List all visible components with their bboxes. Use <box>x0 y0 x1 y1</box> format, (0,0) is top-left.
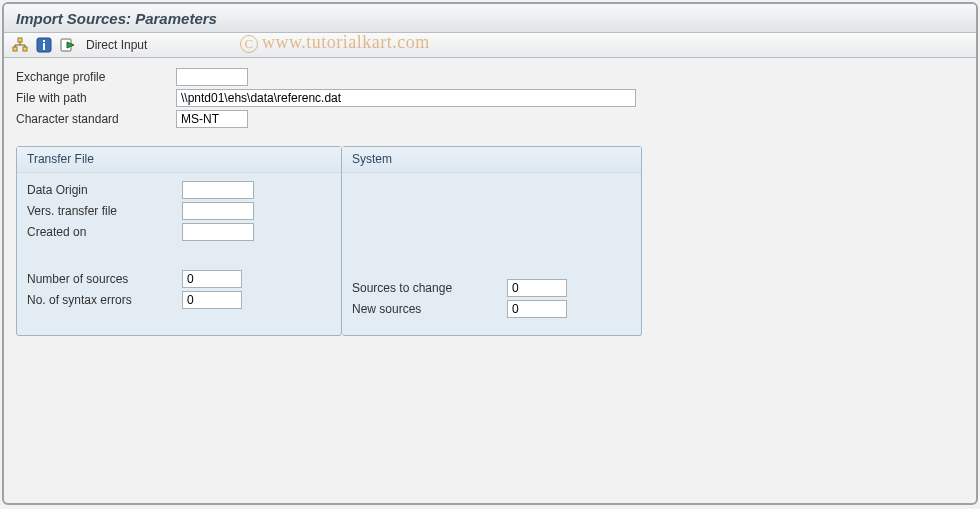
vers-transfer-label: Vers. transfer file <box>27 204 182 218</box>
transfer-file-title: Transfer File <box>17 147 341 173</box>
num-sources-label: Number of sources <box>27 272 182 286</box>
transfer-file-panel: Transfer File Data Origin Vers. transfer… <box>16 146 342 336</box>
new-sources-label: New sources <box>352 302 507 316</box>
char-standard-input[interactable] <box>176 110 248 128</box>
sources-to-change-label: Sources to change <box>352 281 507 295</box>
sources-to-change-input[interactable] <box>507 279 567 297</box>
page-title: Import Sources: Parameters <box>4 4 976 33</box>
new-sources-input[interactable] <box>507 300 567 318</box>
exchange-profile-label: Exchange profile <box>16 70 176 84</box>
file-path-input[interactable] <box>176 89 636 107</box>
structure-icon[interactable] <box>12 37 28 53</box>
system-panel: System Sources to change New sources <box>342 146 642 336</box>
form-area: Exchange profile File with path Characte… <box>4 58 976 346</box>
direct-input-button[interactable]: Direct Input <box>84 37 149 53</box>
svg-rect-1 <box>13 47 17 51</box>
svg-rect-5 <box>43 43 45 50</box>
syntax-errors-label: No. of syntax errors <box>27 293 182 307</box>
app-window: Import Sources: Parameters Direct Input <box>2 2 978 505</box>
svg-rect-0 <box>18 38 22 42</box>
file-path-label: File with path <box>16 91 176 105</box>
system-title: System <box>342 147 641 173</box>
created-on-input[interactable] <box>182 223 254 241</box>
toolbar: Direct Input <box>4 33 976 58</box>
char-standard-label: Character standard <box>16 112 176 126</box>
exchange-profile-input[interactable] <box>176 68 248 86</box>
execute-icon[interactable] <box>60 37 76 53</box>
syntax-errors-input[interactable] <box>182 291 242 309</box>
info-icon[interactable] <box>36 37 52 53</box>
data-origin-input[interactable] <box>182 181 254 199</box>
svg-rect-2 <box>23 47 27 51</box>
vers-transfer-input[interactable] <box>182 202 254 220</box>
num-sources-input[interactable] <box>182 270 242 288</box>
svg-rect-4 <box>43 40 45 42</box>
created-on-label: Created on <box>27 225 182 239</box>
data-origin-label: Data Origin <box>27 183 182 197</box>
